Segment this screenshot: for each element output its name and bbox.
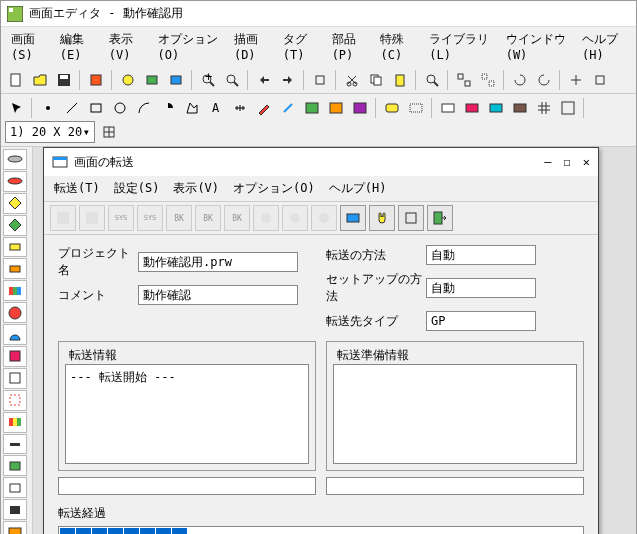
pal-9[interactable] [3, 324, 27, 345]
menu-edit[interactable]: 編集(E) [60, 31, 95, 62]
close-button[interactable]: ✕ [583, 155, 590, 169]
flip2-icon[interactable] [589, 69, 610, 90]
tag5-icon[interactable] [557, 97, 578, 118]
zoom-in-icon[interactable]: + [197, 69, 218, 90]
menu-draw[interactable]: 描画(D) [234, 31, 269, 62]
zoom-out-icon[interactable] [221, 69, 242, 90]
menu-tag[interactable]: タグ(T) [283, 31, 318, 62]
img3-icon[interactable] [349, 97, 370, 118]
find-icon[interactable] [421, 69, 442, 90]
pal-14[interactable] [3, 434, 27, 455]
tag4-icon[interactable] [509, 97, 530, 118]
dmenu-option[interactable]: オプション(O) [233, 180, 315, 197]
minimize-button[interactable]: — [544, 155, 551, 169]
grid2-icon[interactable] [98, 122, 119, 143]
redo-icon[interactable] [277, 69, 298, 90]
dtb-sys1-icon[interactable]: SYS [108, 205, 134, 231]
grid-icon[interactable] [533, 97, 554, 118]
wand-icon[interactable] [277, 97, 298, 118]
circle-icon[interactable] [109, 97, 130, 118]
menu-help[interactable]: ヘルプ(H) [582, 31, 626, 62]
dtb-6-icon[interactable] [340, 205, 366, 231]
dtb-7-icon[interactable] [398, 205, 424, 231]
pal-12[interactable] [3, 390, 27, 411]
copy-icon[interactable] [365, 69, 386, 90]
open-icon[interactable] [29, 69, 50, 90]
pal-5[interactable] [3, 237, 27, 258]
undo-icon[interactable] [253, 69, 274, 90]
btn2-icon[interactable] [405, 97, 426, 118]
btn1-icon[interactable] [381, 97, 402, 118]
dtb-4-icon[interactable] [282, 205, 308, 231]
pal-6[interactable] [3, 258, 27, 279]
pal-2[interactable] [3, 171, 27, 192]
tag1-icon[interactable] [437, 97, 458, 118]
tool-d-icon[interactable] [165, 69, 186, 90]
pal-3[interactable] [3, 193, 27, 214]
flip1-icon[interactable] [565, 69, 586, 90]
pal-13[interactable] [3, 412, 27, 433]
dmenu-view[interactable]: 表示(V) [173, 180, 219, 197]
pal-18[interactable] [3, 521, 27, 534]
pal-4[interactable] [3, 215, 27, 236]
menu-option[interactable]: オプション(O) [158, 31, 220, 62]
cut-icon[interactable] [341, 69, 362, 90]
tag2-icon[interactable] [461, 97, 482, 118]
group-icon[interactable] [453, 69, 474, 90]
dtb-bk3-icon[interactable]: BK [224, 205, 250, 231]
menu-library[interactable]: ライブラリ(L) [429, 31, 491, 62]
maximize-button[interactable]: ☐ [564, 155, 571, 169]
dtb-hand-icon[interactable] [369, 205, 395, 231]
zoom-combo[interactable]: 1) 20 X 20▾ [5, 121, 95, 143]
dmenu-help[interactable]: ヘルプ(H) [329, 180, 387, 197]
dtb-2-icon[interactable] [79, 205, 105, 231]
info-textarea[interactable]: --- 転送開始 --- [65, 364, 309, 464]
pal-10[interactable] [3, 346, 27, 367]
dtb-exit-icon[interactable] [427, 205, 453, 231]
pal-1[interactable] [3, 149, 27, 170]
line-icon[interactable] [61, 97, 82, 118]
dtb-5-icon[interactable] [311, 205, 337, 231]
tag3-icon[interactable] [485, 97, 506, 118]
prep-textarea[interactable] [333, 364, 577, 464]
tool-a-icon[interactable] [85, 69, 106, 90]
pal-8[interactable] [3, 302, 27, 323]
scale-icon[interactable] [229, 97, 250, 118]
tool-e-icon[interactable] [309, 69, 330, 90]
menu-parts[interactable]: 部品(P) [332, 31, 367, 62]
arc-icon[interactable] [133, 97, 154, 118]
rect-icon[interactable] [85, 97, 106, 118]
ungroup-icon[interactable] [477, 69, 498, 90]
pie-icon[interactable] [157, 97, 178, 118]
menu-special[interactable]: 特殊(C) [380, 31, 415, 62]
dtb-bk2-icon[interactable]: BK [195, 205, 221, 231]
new-icon[interactable] [5, 69, 26, 90]
dtb-bk1-icon[interactable]: BK [166, 205, 192, 231]
rot2-icon[interactable] [533, 69, 554, 90]
dtb-1-icon[interactable] [50, 205, 76, 231]
menu-screen[interactable]: 画面(S) [11, 31, 46, 62]
dtb-sys2-icon[interactable]: SYS [137, 205, 163, 231]
pal-15[interactable] [3, 455, 27, 476]
pal-11[interactable] [3, 368, 27, 389]
poly-icon[interactable] [181, 97, 202, 118]
tool-b-icon[interactable] [117, 69, 138, 90]
menu-window[interactable]: ウインドウ(W) [506, 31, 568, 62]
dmenu-transfer[interactable]: 転送(T) [54, 180, 100, 197]
img1-icon[interactable] [301, 97, 322, 118]
pen-icon[interactable] [253, 97, 274, 118]
pal-7[interactable] [3, 280, 27, 301]
rot1-icon[interactable] [509, 69, 530, 90]
tool-c-icon[interactable] [141, 69, 162, 90]
pal-16[interactable] [3, 477, 27, 498]
img2-icon[interactable] [325, 97, 346, 118]
save-icon[interactable] [53, 69, 74, 90]
pal-17[interactable] [3, 499, 27, 520]
dmenu-settings[interactable]: 設定(S) [114, 180, 160, 197]
menu-view[interactable]: 表示(V) [109, 31, 144, 62]
paste-icon[interactable] [389, 69, 410, 90]
pointer-icon[interactable] [5, 97, 26, 118]
dot-icon[interactable] [37, 97, 58, 118]
dtb-3-icon[interactable] [253, 205, 279, 231]
text-icon[interactable]: A [205, 97, 226, 118]
